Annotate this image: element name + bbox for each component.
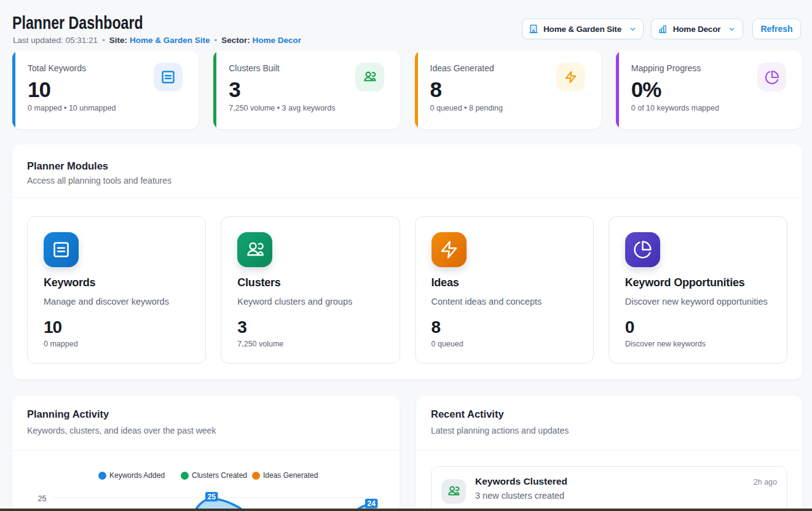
svg-text:24: 24 <box>368 499 376 508</box>
svg-text:25: 25 <box>208 493 216 501</box>
svg-text:25: 25 <box>38 494 47 503</box>
